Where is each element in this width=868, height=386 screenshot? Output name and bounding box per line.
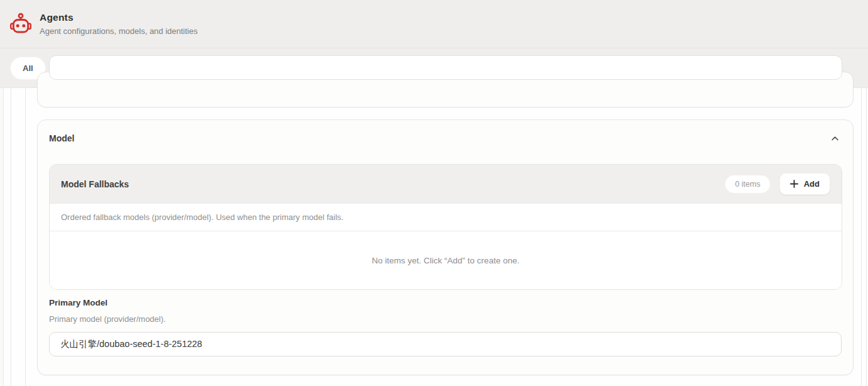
page-header: Agents Agent configurations, models, and… [0, 0, 868, 48]
model-fallbacks-description: Ordered fallback models (provider/model)… [50, 204, 842, 231]
agents-settings-screen: Agents Agent configurations, models, and… [0, 0, 868, 386]
page-title: Agents [40, 12, 198, 23]
plus-icon [790, 180, 798, 188]
container-border-inner-right [861, 88, 862, 386]
add-button-label: Add [804, 179, 820, 189]
page-subtitle: Agent configurations, models, and identi… [40, 26, 198, 36]
previous-section-card [37, 72, 854, 108]
container-border-outer-right [866, 88, 867, 386]
content-area: Model Model Fallbacks 0 items [0, 88, 868, 386]
robot-icon [9, 11, 33, 37]
primary-model-input[interactable] [49, 332, 842, 356]
model-fallbacks-title: Model Fallbacks [61, 179, 725, 189]
model-fallbacks-panel: Model Fallbacks 0 items Add Ordered fall… [49, 164, 842, 290]
container-border-inner-left [25, 88, 26, 386]
header-text: Agents Agent configurations, models, and… [40, 12, 198, 36]
items-count-badge: 0 items [725, 175, 769, 193]
model-section-header: Model [49, 130, 842, 147]
container-border-mid-left [11, 88, 11, 386]
container-border-outer-left [3, 88, 4, 386]
model-fallbacks-header: Model Fallbacks 0 items Add [50, 165, 842, 204]
primary-model-field-group: Primary Model Primary model (provider/mo… [49, 298, 842, 356]
primary-model-description: Primary model (provider/model). [49, 314, 842, 324]
primary-model-label: Primary Model [49, 298, 842, 308]
model-section-title: Model [49, 133, 74, 143]
add-fallback-button[interactable]: Add [779, 173, 830, 195]
chevron-up-icon[interactable] [828, 131, 842, 145]
model-fallbacks-empty-state: No items yet. Click “Add” to create one. [50, 231, 842, 289]
previous-section-input[interactable] [49, 55, 842, 80]
model-section-card: Model Model Fallbacks 0 items [37, 119, 854, 375]
